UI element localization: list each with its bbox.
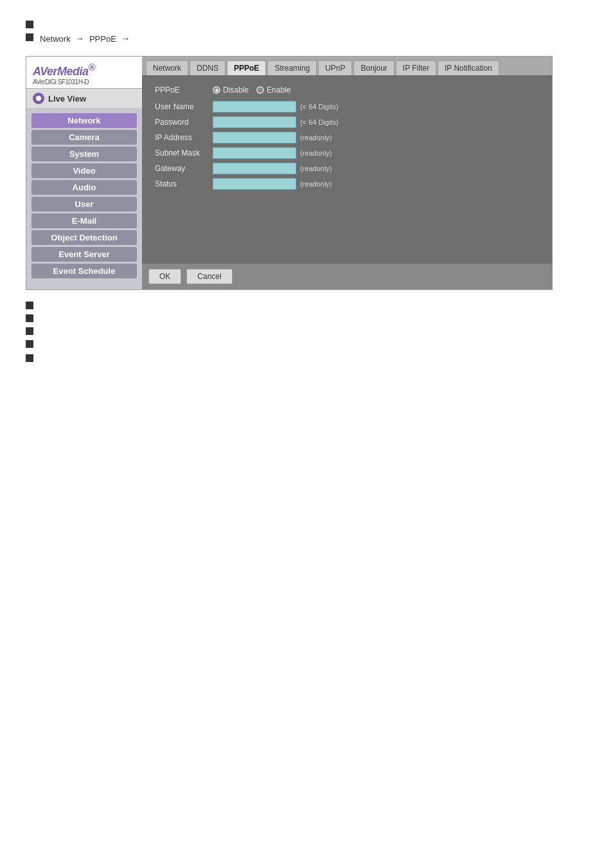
field-hint-username: (< 64 Digits) <box>300 103 339 111</box>
tab-network[interactable]: Network <box>146 60 188 75</box>
liveview-icon <box>33 93 44 104</box>
enable-label: Enable <box>267 86 290 95</box>
field-row-gateway: Gateway (readonly) <box>155 163 539 174</box>
bullet-item-1 <box>26 19 587 28</box>
field-hint-status: (readonly) <box>300 180 332 188</box>
field-hint-ip-address: (readonly) <box>300 134 332 141</box>
disable-label: Disable <box>223 86 249 95</box>
button-bar: OK Cancel <box>142 264 552 289</box>
sidebar-item-system[interactable]: System <box>31 147 137 161</box>
field-input-password[interactable] <box>213 116 296 128</box>
ok-button[interactable]: OK <box>148 269 181 284</box>
pppoe-section-label: PPPoE <box>155 86 213 95</box>
field-input-status <box>213 178 296 190</box>
bottom-bullets <box>26 300 587 362</box>
nav-path: Network → PPPoE → <box>40 34 132 44</box>
cancel-button[interactable]: Cancel <box>186 269 232 284</box>
logo-avermedia: AVerMedia® AVerDiGi SF1031H-D <box>33 62 136 86</box>
sidebar: AVerMedia® AVerDiGi SF1031H-D Live View … <box>26 57 142 289</box>
field-hint-password: (< 64 Digits) <box>300 118 339 126</box>
top-bullets: Network → PPPoE → <box>26 19 587 46</box>
sidebar-link-camera[interactable]: Camera <box>31 130 137 145</box>
tab-upnp[interactable]: UPnP <box>318 60 352 75</box>
sidebar-link-email[interactable]: E-Mail <box>31 213 137 228</box>
tab-bar: Network DDNS PPPoE Streaming UPnP Bonjou… <box>142 57 552 75</box>
bullet-item-2: Network → PPPoE → <box>26 32 587 46</box>
field-row-password: Password (< 64 Digits) <box>155 116 539 128</box>
sidebar-logo: AVerMedia® AVerDiGi SF1031H-D <box>26 57 142 89</box>
bottom-bullet-icon-4 <box>26 340 33 348</box>
pppoe-form: PPPoE Disable Enable <box>155 86 539 190</box>
radio-enable[interactable]: Enable <box>256 86 290 95</box>
sidebar-item-network[interactable]: Network <box>31 113 137 128</box>
sidebar-link-audio[interactable]: Audio <box>31 180 137 195</box>
field-row-username: User Name (< 64 Digits) <box>155 101 539 113</box>
field-row-subnet-mask: Subnet Mask (readonly) <box>155 147 539 159</box>
field-row-status: Status (readonly) <box>155 178 539 190</box>
field-row-ip-address: IP Address (readonly) <box>155 132 539 143</box>
field-label-gateway: Gateway <box>155 164 213 173</box>
ui-container: AVerMedia® AVerDiGi SF1031H-D Live View … <box>26 56 553 290</box>
field-label-username: User Name <box>155 102 213 111</box>
sidebar-link-event-server[interactable]: Event Server <box>31 247 137 262</box>
sidebar-item-email[interactable]: E-Mail <box>31 213 137 228</box>
field-input-subnet-mask <box>213 147 296 159</box>
field-hint-subnet-mask: (readonly) <box>300 149 332 157</box>
main-content: Network DDNS PPPoE Streaming UPnP Bonjou… <box>142 57 552 289</box>
tab-ip-notification[interactable]: IP Notification <box>438 60 499 75</box>
sidebar-liveview[interactable]: Live View <box>26 89 142 109</box>
sidebar-link-system[interactable]: System <box>31 147 137 161</box>
bottom-bullet-4 <box>26 339 587 348</box>
sidebar-item-user[interactable]: User <box>31 197 137 212</box>
bullet-text-2: Network → PPPoE → <box>40 32 587 46</box>
field-hint-gateway: (readonly) <box>300 165 332 172</box>
tab-ddns[interactable]: DDNS <box>190 60 226 75</box>
extra-bullet-icon <box>26 354 33 362</box>
page-wrapper: Network → PPPoE → AVerMedia® AVerDiGi SF… <box>0 0 613 385</box>
tab-streaming[interactable]: Streaming <box>267 60 317 75</box>
sidebar-link-object-detection[interactable]: Object Detection <box>31 230 137 245</box>
sidebar-item-object-detection[interactable]: Object Detection <box>31 230 137 245</box>
sidebar-link-network[interactable]: Network <box>31 113 137 128</box>
sidebar-item-video[interactable]: Video <box>31 163 137 178</box>
bullet-icon-2 <box>26 33 33 41</box>
radio-disable[interactable]: Disable <box>213 86 249 95</box>
sidebar-item-audio[interactable]: Audio <box>31 180 137 195</box>
sidebar-item-event-schedule[interactable]: Event Schedule <box>31 264 137 278</box>
field-label-ip-address: IP Address <box>155 133 213 142</box>
liveview-label: Live View <box>48 94 86 104</box>
tab-pppoe[interactable]: PPPoE <box>227 60 266 75</box>
field-label-status: Status <box>155 179 213 188</box>
sidebar-item-camera[interactable]: Camera <box>31 130 137 145</box>
field-input-ip-address <box>213 132 296 143</box>
field-input-gateway <box>213 163 296 174</box>
extra-bullet <box>26 353 587 362</box>
bottom-bullet-3 <box>26 326 587 335</box>
pppoe-radio-group: Disable Enable <box>213 86 290 95</box>
sidebar-item-event-server[interactable]: Event Server <box>31 247 137 262</box>
sidebar-menu: Network Camera System Video Audio User E… <box>26 109 142 283</box>
bottom-bullet-icon-3 <box>26 327 33 335</box>
radio-dot-disable <box>213 86 220 94</box>
logo-model: AVerDiGi SF1031H-D <box>33 78 136 86</box>
sidebar-link-event-schedule[interactable]: Event Schedule <box>31 264 137 278</box>
field-label-subnet-mask: Subnet Mask <box>155 149 213 158</box>
sidebar-link-user[interactable]: User <box>31 197 137 212</box>
pppoe-row: PPPoE Disable Enable <box>155 86 539 95</box>
radio-dot-enable <box>256 86 264 94</box>
field-label-password: Password <box>155 118 213 127</box>
tab-bonjour[interactable]: Bonjour <box>353 60 394 75</box>
tab-ip-filter[interactable]: IP Filter <box>396 60 436 75</box>
bottom-bullet-1 <box>26 300 587 309</box>
bottom-bullet-icon-1 <box>26 302 33 309</box>
field-input-username[interactable] <box>213 101 296 113</box>
sidebar-link-video[interactable]: Video <box>31 163 137 178</box>
content-panel: PPPoE Disable Enable <box>142 75 552 264</box>
bullet-icon-1 <box>26 21 33 28</box>
bottom-bullet-icon-2 <box>26 314 33 322</box>
bottom-bullet-2 <box>26 313 587 322</box>
